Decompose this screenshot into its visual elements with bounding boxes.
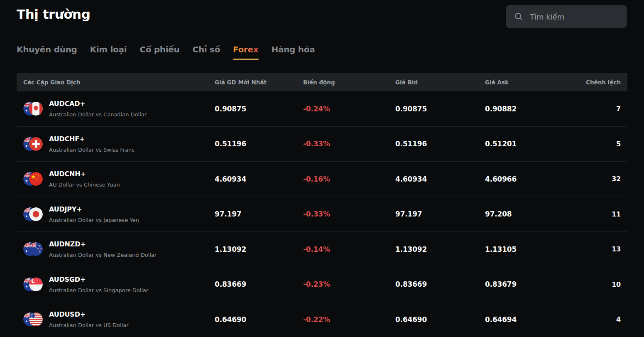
pair-description: Australian Dollar vs Japanese Yen bbox=[49, 217, 139, 223]
ask-price: 0.64694 bbox=[485, 315, 575, 324]
market-tabs: Khuyên dùngKim loạiCổ phiếuChỉ sốForexHà… bbox=[17, 44, 627, 60]
last-price: 0.51196 bbox=[215, 140, 303, 148]
change-percent: -0.22% bbox=[303, 315, 395, 324]
us-flag-icon bbox=[29, 312, 43, 326]
pair-description: Australian Dollar vs New Zealand Dollar bbox=[49, 252, 157, 258]
tab-chi-so[interactable]: Chỉ số bbox=[193, 44, 220, 60]
bid-price: 97.197 bbox=[395, 210, 485, 218]
pair-description: Australian Dollar vs US Dollar bbox=[49, 322, 129, 328]
last-price: 4.60934 bbox=[215, 175, 303, 183]
tab-forex[interactable]: Forex bbox=[233, 44, 258, 60]
last-price: 0.83669 bbox=[215, 280, 303, 288]
pair-description: Australian Dollar vs Swiss Franc bbox=[49, 147, 135, 153]
japan-flag-icon bbox=[29, 207, 43, 221]
pair-cell: AUDJPY+ Australian Dollar vs Japanese Ye… bbox=[23, 205, 215, 223]
pair-description: Australian Dollar vs Canadian Dollar bbox=[49, 111, 147, 118]
change-percent: -0.24% bbox=[303, 105, 395, 113]
last-price: 0.64690 bbox=[215, 315, 303, 324]
change-percent: -0.33% bbox=[303, 140, 395, 148]
tab-kim-loai[interactable]: Kim loại bbox=[90, 44, 127, 60]
pair-symbol: AUDUSD+ bbox=[49, 310, 129, 318]
table-header-row: Các Cặp Giao Dịch Giá GD Mới Nhất Biến đ… bbox=[17, 73, 627, 91]
table-row-audcnh[interactable]: AUDCNH+ AU Dollar vs Chinese Yuan 4.6093… bbox=[17, 162, 627, 197]
spread-value: 32 bbox=[575, 175, 621, 183]
tab-co-phieu[interactable]: Cổ phiếu bbox=[140, 44, 179, 60]
china-flag-icon bbox=[29, 172, 43, 186]
spread-value: 4 bbox=[575, 315, 621, 323]
column-header-last: Giá GD Mới Nhất bbox=[215, 79, 303, 86]
ask-price: 1.13105 bbox=[485, 245, 575, 253]
pair-symbol: AUDCHF+ bbox=[49, 135, 135, 143]
last-price: 0.90875 bbox=[215, 105, 303, 113]
ask-price: 0.83679 bbox=[485, 280, 575, 288]
pair-flags bbox=[23, 137, 43, 151]
column-header-bid: Giá Bid bbox=[395, 79, 485, 86]
ask-price: 0.51201 bbox=[485, 140, 575, 148]
pair-symbol: AUDNZD+ bbox=[49, 240, 157, 248]
pair-flags bbox=[23, 207, 43, 221]
tab-khuyen-dung[interactable]: Khuyên dùng bbox=[17, 44, 77, 60]
pair-cell: AUDCHF+ Australian Dollar vs Swiss Franc bbox=[23, 135, 215, 153]
new-zealand-flag-icon bbox=[29, 242, 43, 256]
spread-value: 10 bbox=[575, 280, 621, 288]
column-header-change: Biến động bbox=[303, 79, 395, 86]
pair-flags bbox=[23, 278, 43, 291]
pair-flags bbox=[23, 172, 43, 186]
table-row-audjpy[interactable]: AUDJPY+ Australian Dollar vs Japanese Ye… bbox=[17, 197, 627, 232]
pair-cell: AUDNZD+ Australian Dollar vs New Zealand… bbox=[23, 240, 215, 258]
switzerland-flag-icon bbox=[29, 137, 43, 151]
ask-price: 0.90882 bbox=[485, 105, 575, 113]
bid-price: 0.51196 bbox=[395, 140, 485, 148]
pair-symbol: AUDCNH+ bbox=[49, 170, 120, 178]
change-percent: -0.23% bbox=[303, 280, 395, 288]
ask-price: 4.60966 bbox=[485, 175, 575, 183]
spread-value: 13 bbox=[575, 245, 621, 253]
pair-symbol: AUDSGD+ bbox=[49, 276, 148, 283]
table-row-audcad[interactable]: AUDCAD+ Australian Dollar vs Canadian Do… bbox=[17, 91, 627, 127]
last-price: 97.197 bbox=[215, 210, 303, 218]
table-row-audsgd[interactable]: AUDSGD+ Australian Dollar vs Singapore D… bbox=[17, 267, 627, 303]
tab-hang-hoa[interactable]: Hàng hóa bbox=[272, 44, 315, 60]
bid-price: 1.13092 bbox=[395, 245, 485, 253]
pair-description: Australian Dollar vs Singapore Dollar bbox=[49, 287, 148, 293]
last-price: 1.13092 bbox=[215, 245, 303, 253]
ask-price: 97.208 bbox=[485, 210, 575, 218]
bid-price: 4.60934 bbox=[395, 175, 485, 183]
market-page: Thị trường Khuyên dùngKim loạiCổ phiếuCh… bbox=[0, 0, 644, 337]
change-percent: -0.33% bbox=[303, 210, 395, 218]
singapore-flag-icon bbox=[29, 278, 43, 291]
change-percent: -0.14% bbox=[303, 245, 395, 253]
column-header-ask: Giá Ask bbox=[485, 79, 575, 86]
pair-cell: AUDCAD+ Australian Dollar vs Canadian Do… bbox=[23, 100, 215, 118]
bid-price: 0.90875 bbox=[395, 105, 485, 113]
pair-cell: AUDUSD+ Australian Dollar vs US Dollar bbox=[23, 310, 215, 328]
pair-flags bbox=[23, 242, 43, 256]
pair-description: AU Dollar vs Chinese Yuan bbox=[49, 182, 120, 188]
spread-value: 11 bbox=[575, 210, 621, 218]
pair-cell: AUDCNH+ AU Dollar vs Chinese Yuan bbox=[23, 170, 215, 188]
bid-price: 0.83669 bbox=[395, 280, 485, 288]
pair-symbol: AUDCAD+ bbox=[49, 100, 147, 108]
table-row-audusd[interactable]: AUDUSD+ Australian Dollar vs US Dollar 0… bbox=[17, 302, 627, 337]
pair-symbol: AUDJPY+ bbox=[49, 205, 139, 213]
market-table: Các Cặp Giao Dịch Giá GD Mới Nhất Biến đ… bbox=[17, 73, 627, 337]
spread-value: 5 bbox=[575, 140, 621, 148]
change-percent: -0.16% bbox=[303, 175, 395, 183]
spread-value: 7 bbox=[575, 105, 621, 113]
canada-flag-icon bbox=[29, 102, 43, 116]
search-box[interactable] bbox=[506, 5, 627, 28]
table-row-audnzd[interactable]: AUDNZD+ Australian Dollar vs New Zealand… bbox=[17, 232, 627, 267]
pair-cell: AUDSGD+ Australian Dollar vs Singapore D… bbox=[23, 276, 215, 293]
pair-flags bbox=[23, 312, 43, 326]
table-body: AUDCAD+ Australian Dollar vs Canadian Do… bbox=[17, 91, 627, 337]
table-row-audchf[interactable]: AUDCHF+ Australian Dollar vs Swiss Franc… bbox=[17, 127, 627, 162]
bid-price: 0.64690 bbox=[395, 315, 485, 324]
search-icon bbox=[514, 12, 523, 21]
pair-flags bbox=[23, 102, 43, 116]
column-header-spread: Chênh lệch bbox=[575, 79, 621, 86]
column-header-pairs: Các Cặp Giao Dịch bbox=[23, 79, 215, 86]
search-input[interactable] bbox=[529, 12, 619, 22]
